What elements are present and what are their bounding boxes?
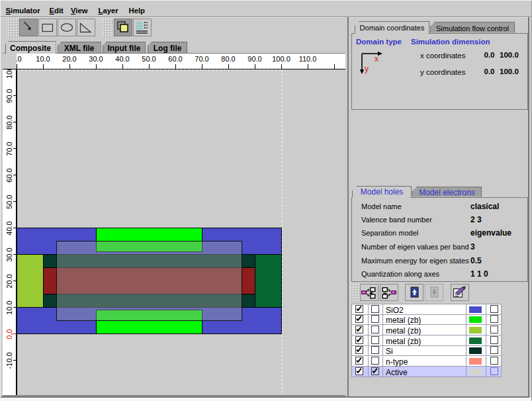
svg-text:x: x bbox=[375, 54, 378, 64]
svg-text:y: y bbox=[365, 64, 369, 73]
